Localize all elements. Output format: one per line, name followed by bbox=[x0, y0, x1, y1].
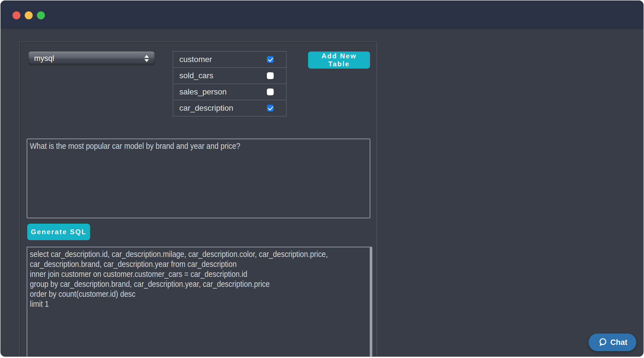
table-checkbox[interactable] bbox=[267, 72, 274, 79]
question-text: What is the most popular car model by br… bbox=[30, 141, 367, 151]
chat-label: Chat bbox=[610, 338, 628, 347]
sql-line: car_description.brand, car_description.y… bbox=[30, 259, 367, 269]
question-textarea[interactable]: What is the most popular car model by br… bbox=[27, 139, 370, 218]
sql-line: group by car_description.brand, car_desc… bbox=[30, 279, 367, 289]
sql-output-textarea[interactable]: select car_description.id, car_descripti… bbox=[27, 247, 372, 357]
app-window: mysql customer sold_cars sales_person ca… bbox=[1, 1, 643, 357]
table-name-label: sold_cars bbox=[179, 71, 213, 80]
generate-sql-button[interactable]: Generate SQL bbox=[27, 224, 90, 240]
chat-bubble-icon bbox=[598, 338, 607, 347]
select-arrows-icon bbox=[144, 55, 149, 62]
traffic-lights bbox=[13, 11, 45, 19]
sql-line: select car_description.id, car_descripti… bbox=[30, 249, 367, 259]
table-checkbox[interactable] bbox=[267, 56, 274, 63]
table-row: sold_cars bbox=[173, 68, 286, 84]
database-select[interactable]: mysql bbox=[28, 51, 155, 65]
generate-sql-label: Generate SQL bbox=[31, 228, 86, 236]
table-row: car_description bbox=[173, 100, 286, 116]
zoom-button[interactable] bbox=[37, 11, 45, 19]
table-list: customer sold_cars sales_person car_desc… bbox=[173, 51, 286, 116]
database-select-value: mysql bbox=[34, 54, 144, 63]
table-name-label: customer bbox=[179, 55, 212, 64]
table-name-label: sales_person bbox=[179, 87, 227, 96]
minimize-button[interactable] bbox=[25, 11, 33, 19]
sql-line: inner join customer on customer.customer… bbox=[30, 269, 367, 279]
chat-button[interactable]: Chat bbox=[589, 334, 636, 351]
add-new-table-button[interactable]: Add New Table bbox=[308, 52, 370, 69]
close-button[interactable] bbox=[13, 11, 20, 19]
table-row: customer bbox=[173, 52, 286, 68]
table-name-label: car_description bbox=[179, 104, 233, 113]
titlebar[interactable] bbox=[1, 1, 643, 29]
table-row: sales_person bbox=[173, 84, 286, 100]
sql-line: limit 1 bbox=[30, 299, 367, 309]
sql-line: order by count(customer.id) desc bbox=[30, 289, 367, 299]
add-new-table-label: Add New Table bbox=[310, 52, 368, 68]
table-checkbox[interactable] bbox=[267, 89, 274, 95]
table-checkbox[interactable] bbox=[267, 105, 274, 112]
